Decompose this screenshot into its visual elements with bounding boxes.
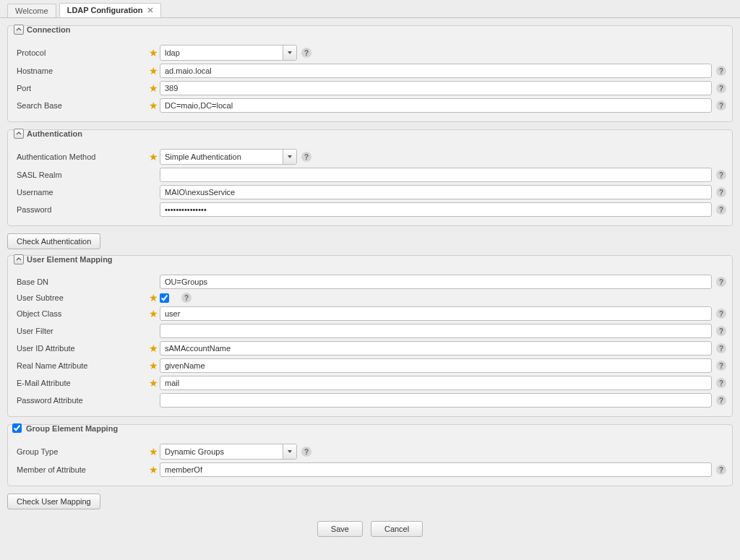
chevron-down-icon[interactable] bbox=[283, 444, 296, 459]
help-icon[interactable]: ? bbox=[716, 170, 726, 180]
userid-attr-input[interactable] bbox=[160, 341, 712, 356]
tab-ldap-configuration[interactable]: LDAP Configuration bbox=[59, 3, 161, 17]
collapse-toggle[interactable] bbox=[14, 254, 24, 264]
user-filter-input[interactable] bbox=[160, 324, 712, 338]
save-button[interactable]: Save bbox=[317, 521, 363, 537]
password-label: Password bbox=[14, 205, 147, 214]
help-icon[interactable]: ? bbox=[716, 83, 726, 93]
email-attr-input[interactable] bbox=[160, 376, 712, 390]
protocol-value[interactable] bbox=[160, 45, 297, 61]
help-icon[interactable]: ? bbox=[301, 152, 311, 162]
help-icon[interactable]: ? bbox=[716, 465, 726, 475]
memberof-input[interactable] bbox=[160, 462, 712, 477]
user-mapping-fieldset: User Element Mapping Base DN ? User Subt… bbox=[7, 255, 733, 417]
required-icon: ★ bbox=[147, 360, 160, 371]
help-icon[interactable]: ? bbox=[716, 309, 726, 319]
authentication-legend: Authentication bbox=[12, 129, 84, 139]
check-user-mapping-button[interactable]: Check User Mapping bbox=[7, 494, 100, 509]
realname-attr-input[interactable] bbox=[160, 358, 712, 373]
protocol-label: Protocol bbox=[14, 48, 147, 57]
pwd-attr-label: Password Attribute bbox=[14, 396, 147, 405]
sasl-realm-input[interactable] bbox=[160, 168, 712, 182]
group-type-select[interactable] bbox=[160, 444, 297, 460]
sasl-realm-label: SASL Realm bbox=[14, 171, 147, 179]
group-mapping-enable-checkbox[interactable] bbox=[12, 423, 22, 433]
required-icon: ★ bbox=[147, 65, 160, 77]
help-icon[interactable]: ? bbox=[181, 293, 192, 303]
port-input[interactable] bbox=[160, 81, 712, 95]
chevron-down-icon[interactable] bbox=[283, 46, 296, 60]
cancel-button[interactable]: Cancel bbox=[371, 521, 423, 537]
hostname-input[interactable] bbox=[160, 64, 712, 78]
help-icon[interactable]: ? bbox=[716, 378, 726, 388]
collapse-toggle[interactable] bbox=[14, 129, 24, 139]
user-mapping-legend: User Element Mapping bbox=[12, 254, 114, 264]
required-icon: ★ bbox=[147, 82, 160, 94]
hostname-label: Hostname bbox=[14, 66, 147, 75]
chevron-down-icon[interactable] bbox=[283, 150, 296, 164]
user-subtree-checkbox[interactable] bbox=[160, 293, 169, 303]
help-icon[interactable]: ? bbox=[716, 66, 726, 76]
basedn-label: Base DN bbox=[14, 277, 147, 286]
close-icon[interactable] bbox=[147, 7, 153, 13]
help-icon[interactable]: ? bbox=[716, 361, 726, 371]
required-icon: ★ bbox=[147, 446, 160, 457]
basedn-input[interactable] bbox=[160, 275, 712, 289]
required-icon: ★ bbox=[147, 377, 160, 389]
group-type-value[interactable] bbox=[160, 444, 297, 460]
user-subtree-label: User Subtree bbox=[14, 293, 147, 302]
tab-bar: Welcome LDAP Configuration bbox=[0, 0, 740, 17]
connection-fieldset: Connection Protocol ★ ? Hostname ★ ? bbox=[7, 25, 733, 122]
pwd-attr-input[interactable] bbox=[160, 393, 712, 408]
auth-method-label: Authentication Method bbox=[14, 152, 147, 161]
tab-welcome[interactable]: Welcome bbox=[7, 4, 56, 17]
help-icon[interactable]: ? bbox=[716, 326, 726, 336]
searchbase-label: Search Base bbox=[14, 101, 147, 110]
password-input[interactable] bbox=[160, 202, 712, 217]
required-icon: ★ bbox=[147, 343, 160, 354]
searchbase-input[interactable] bbox=[160, 98, 712, 113]
realname-attr-label: Real Name Attribute bbox=[14, 361, 147, 370]
form-area: Connection Protocol ★ ? Hostname ★ ? bbox=[0, 17, 740, 537]
required-icon: ★ bbox=[147, 151, 160, 163]
required-icon: ★ bbox=[147, 47, 160, 59]
help-icon[interactable]: ? bbox=[301, 447, 311, 457]
user-filter-label: User Filter bbox=[14, 327, 147, 335]
email-attr-label: E-Mail Attribute bbox=[14, 379, 147, 387]
help-icon[interactable]: ? bbox=[716, 187, 726, 197]
username-input[interactable] bbox=[160, 185, 712, 199]
username-label: Username bbox=[14, 188, 147, 197]
help-icon[interactable]: ? bbox=[716, 343, 726, 353]
group-mapping-fieldset: Group Element Mapping Group Type ★ ? Mem… bbox=[7, 424, 733, 486]
connection-legend: Connection bbox=[12, 25, 72, 35]
port-label: Port bbox=[14, 84, 147, 92]
auth-method-value[interactable] bbox=[160, 149, 297, 165]
help-icon[interactable]: ? bbox=[716, 100, 726, 111]
group-type-label: Group Type bbox=[14, 447, 147, 456]
help-icon[interactable]: ? bbox=[301, 48, 311, 58]
collapse-toggle[interactable] bbox=[14, 25, 24, 35]
help-icon[interactable]: ? bbox=[716, 277, 726, 287]
help-icon[interactable]: ? bbox=[716, 204, 726, 215]
object-class-label: Object Class bbox=[14, 309, 147, 318]
help-icon[interactable]: ? bbox=[716, 395, 726, 405]
required-icon: ★ bbox=[147, 464, 160, 475]
memberof-label: Member of Attribute bbox=[14, 465, 147, 474]
check-authentication-button[interactable]: Check Authentication bbox=[7, 233, 100, 249]
tab-ldap-label: LDAP Configuration bbox=[67, 6, 143, 14]
required-icon: ★ bbox=[147, 100, 160, 111]
authentication-fieldset: Authentication Authentication Method ★ ?… bbox=[7, 129, 733, 226]
form-footer: Save Cancel bbox=[4, 515, 736, 537]
group-mapping-legend: Group Element Mapping bbox=[12, 423, 118, 433]
ldap-config-page: Welcome LDAP Configuration Connection Pr… bbox=[0, 0, 740, 560]
required-icon: ★ bbox=[147, 292, 160, 303]
protocol-select[interactable] bbox=[160, 45, 297, 61]
userid-attr-label: User ID Attribute bbox=[14, 344, 147, 353]
required-icon: ★ bbox=[147, 308, 160, 319]
auth-method-select[interactable] bbox=[160, 149, 297, 165]
tab-welcome-label: Welcome bbox=[15, 7, 48, 15]
object-class-input[interactable] bbox=[160, 306, 712, 321]
